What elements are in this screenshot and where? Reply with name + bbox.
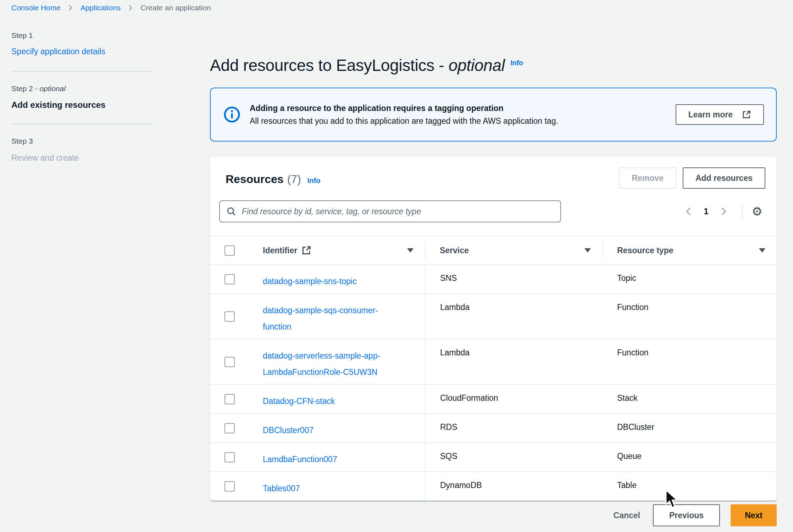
row-checkbox[interactable]: [224, 311, 235, 322]
table-row: datadog-serverless-sample-app-LambdaFunc…: [210, 339, 777, 384]
resource-service: SQS: [425, 443, 602, 472]
settings-gear-icon[interactable]: ⚙: [750, 205, 765, 218]
previous-page-button[interactable]: [680, 206, 698, 216]
filter-resource-type-icon[interactable]: [759, 248, 765, 253]
resource-service: CloudFormation: [425, 384, 602, 414]
filter-identifier-icon[interactable]: [407, 248, 414, 253]
step-1-label: Step 1: [11, 31, 33, 40]
row-checkbox[interactable]: [224, 274, 235, 284]
column-header-resource-type[interactable]: Resource type: [617, 246, 673, 255]
table-row: datadog-sample-sqs-consumer-function Lam…: [210, 294, 777, 339]
resource-type: DBCluster: [602, 414, 777, 443]
resource-type: Stack: [602, 384, 777, 414]
column-header-service[interactable]: Service: [440, 246, 469, 255]
previous-button[interactable]: Previous: [653, 504, 720, 526]
table-row: datadog-sample-sns-topic SNS Topic: [210, 265, 777, 294]
resource-search: [219, 200, 561, 222]
divider: [742, 203, 743, 220]
resource-type: Function: [602, 339, 777, 384]
resource-type: Topic: [602, 265, 777, 294]
resources-count: (7): [287, 173, 301, 186]
breadcrumb-console-home[interactable]: Console Home: [11, 4, 61, 12]
external-link-icon: [742, 110, 751, 119]
info-icon: [223, 106, 240, 123]
resource-identifier-link[interactable]: DBCluster007: [263, 426, 314, 435]
next-page-button[interactable]: [714, 206, 733, 216]
resource-identifier-link[interactable]: datadog-sample-sqs-consumer-function: [263, 306, 378, 331]
wizard-steps-nav: Step 1 Specify application details Step …: [11, 31, 153, 180]
resources-panel: Resources (7) Info Remove Add resources …: [210, 156, 777, 501]
remove-button[interactable]: Remove: [619, 167, 676, 189]
resource-type: Function: [602, 294, 777, 339]
step-3-label: Step 3: [11, 137, 33, 145]
divider: [11, 123, 153, 124]
step-2-label: Step 2 - optional: [11, 84, 66, 93]
step-3-disabled: Review and create: [11, 153, 79, 163]
external-link-icon: [301, 245, 311, 255]
cancel-button[interactable]: Cancel: [611, 510, 642, 521]
chevron-right-icon: [128, 4, 133, 12]
alert-description: All resources that you add to this appli…: [250, 116, 558, 126]
breadcrumb-applications[interactable]: Applications: [81, 4, 121, 12]
search-input[interactable]: [241, 206, 557, 217]
row-checkbox[interactable]: [224, 394, 235, 404]
resource-type: Queue: [602, 443, 777, 472]
resource-service: Lambda: [425, 294, 602, 339]
filter-service-icon[interactable]: [584, 248, 591, 253]
row-checkbox[interactable]: [224, 481, 235, 492]
title-info-link[interactable]: Info: [510, 59, 523, 67]
learn-more-button[interactable]: Learn more: [676, 104, 764, 125]
next-button[interactable]: Next: [731, 504, 777, 526]
pagination: 1 ⚙: [680, 200, 765, 222]
info-alert: Adding a resource to the application req…: [210, 88, 777, 142]
search-icon: [226, 206, 236, 216]
chevron-right-icon: [68, 4, 73, 12]
table-row: DBCluster007 RDS DBCluster: [210, 414, 777, 443]
divider: [11, 71, 153, 72]
resource-identifier-link[interactable]: Datadog-CFN-stack: [263, 397, 335, 406]
resource-service: SNS: [425, 265, 602, 294]
add-resources-button[interactable]: Add resources: [683, 167, 765, 189]
breadcrumb-current: Create an application: [140, 4, 211, 12]
resource-service: Lambda: [425, 339, 602, 384]
step-1-link[interactable]: Specify application details: [11, 47, 105, 56]
resource-service: RDS: [425, 414, 602, 443]
resources-info-link[interactable]: Info: [307, 177, 321, 185]
table-row: LamdbaFunction007 SQS Queue: [210, 443, 777, 472]
resource-identifier-link[interactable]: Tables007: [263, 484, 300, 493]
table-row: Datadog-CFN-stack CloudFormation Stack: [210, 384, 777, 414]
resource-identifier-link[interactable]: LamdbaFunction007: [263, 455, 337, 464]
table-header-row: Identifier Service: [210, 236, 777, 265]
breadcrumb: Console Home Applications Create an appl…: [11, 4, 211, 12]
row-checkbox[interactable]: [224, 452, 235, 462]
page-title: Add resources to EasyLogistics - optiona…: [210, 56, 523, 75]
current-page-number[interactable]: 1: [698, 206, 714, 216]
select-all-checkbox[interactable]: [224, 245, 235, 256]
table-row: Tables007 DynamoDB Table: [210, 472, 777, 501]
row-checkbox[interactable]: [224, 423, 235, 433]
step-2-current: Add existing resources: [11, 100, 105, 110]
resource-service: DynamoDB: [425, 472, 602, 501]
column-header-identifier[interactable]: Identifier: [263, 246, 297, 255]
resource-identifier-link[interactable]: datadog-serverless-sample-app-LambdaFunc…: [263, 351, 380, 377]
resources-table: Identifier Service: [210, 236, 777, 501]
resource-type: Table: [602, 472, 777, 501]
resources-title: Resources: [226, 173, 284, 186]
resources-table-body: datadog-sample-sns-topic SNS Topic datad…: [210, 265, 777, 501]
wizard-footer: Cancel Previous Next: [611, 504, 777, 526]
resource-identifier-link[interactable]: datadog-sample-sns-topic: [263, 277, 357, 286]
row-checkbox[interactable]: [224, 357, 235, 367]
alert-title: Adding a resource to the application req…: [250, 104, 558, 113]
